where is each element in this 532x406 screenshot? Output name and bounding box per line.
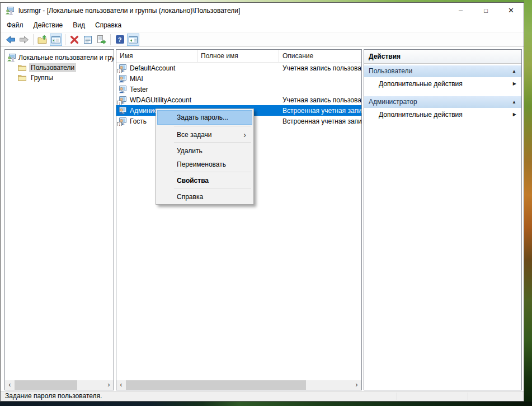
maximize-icon: □	[484, 7, 488, 14]
actions-section-administrator[interactable]: Администратор ▲	[364, 96, 521, 108]
forward-icon	[19, 35, 29, 45]
folder-icon	[18, 64, 26, 71]
titlebar[interactable]: lusrmgr - [Локальные пользователи и груп…	[1, 3, 524, 18]
user-name: Tester	[130, 86, 148, 93]
caption-buttons: – □ ✕	[448, 3, 524, 18]
table-row[interactable]: Tester	[116, 84, 361, 95]
menu-separator	[174, 188, 251, 188]
user-name: MiAl	[130, 75, 143, 83]
close-button[interactable]: ✕	[498, 3, 524, 18]
status-separator	[468, 393, 468, 400]
menu-help[interactable]: Справка	[90, 20, 126, 31]
column-header-name[interactable]: Имя	[116, 50, 197, 62]
menu-file[interactable]: Файл	[2, 20, 29, 31]
minimize-icon: –	[459, 6, 463, 15]
menu-action[interactable]: Действие	[29, 20, 68, 31]
user-list-panel: Имя Полное имя Описание ↓ DefaultAccount…	[116, 49, 362, 390]
tree-horizontal-scrollbar[interactable]: ‹ ›	[5, 380, 114, 390]
user-name: WDAGUtilityAccount	[130, 96, 191, 104]
minimize-button[interactable]: –	[448, 3, 473, 18]
menu-separator	[174, 142, 251, 143]
table-row[interactable]: ↓ WDAGUtilityAccount Учетная запись поль…	[116, 95, 361, 105]
context-menu: Задать пароль... Все задачи › Удалить Пе…	[156, 108, 254, 205]
delete-button[interactable]	[68, 34, 81, 46]
context-menu-item-delete[interactable]: Удалить	[157, 144, 252, 157]
scroll-left-icon[interactable]: ‹	[116, 380, 126, 390]
status-bar: Задание пароля пользователя.	[1, 391, 524, 401]
toolbar-separator	[65, 34, 65, 45]
context-menu-item-help[interactable]: Справка	[157, 190, 252, 203]
toolbar: ?	[1, 32, 524, 47]
menubar: Файл Действие Вид Справка	[1, 18, 524, 32]
tree-item-groups-label: Группы	[29, 73, 55, 82]
forward-button[interactable]	[18, 34, 30, 46]
status-text: Задание пароля пользователя.	[5, 392, 102, 400]
action-item-more-actions-administrator[interactable]: Дополнительные действия ▶	[364, 108, 521, 121]
desktop-wallpaper-bottom	[0, 402, 532, 406]
action-pane-toggle-button[interactable]	[127, 34, 139, 46]
tree-item-users-label: Пользователи	[29, 63, 76, 72]
user-name: Гость	[130, 117, 147, 125]
console-tree-toggle-icon	[51, 35, 61, 45]
list-header: Имя Полное имя Описание	[116, 50, 361, 63]
list-horizontal-scrollbar[interactable]: ‹ ›	[116, 380, 361, 390]
back-button[interactable]	[4, 34, 17, 46]
user-icon: ↓	[118, 117, 127, 126]
tree-item-users[interactable]: Пользователи	[18, 63, 114, 73]
back-icon	[6, 35, 16, 45]
user-description: Встроенная учетная запис	[279, 107, 361, 115]
collapse-icon[interactable]: ▲	[512, 65, 516, 77]
console-tree-panel: Локальные пользователи и гру Пользовател…	[4, 49, 114, 390]
user-description: Встроенная учетная запис	[279, 117, 361, 125]
context-menu-item-rename[interactable]: Переименовать	[157, 157, 252, 171]
tree-root-label: Локальные пользователи и гру	[18, 54, 114, 62]
scrollbar-thumb[interactable]	[15, 380, 77, 390]
collapse-icon[interactable]: ▲	[512, 96, 516, 108]
scrollbar-thumb[interactable]	[126, 380, 306, 390]
local-users-groups-icon	[7, 53, 16, 62]
actions-panel: Действия Пользователи ▲ Дополнительные д…	[364, 49, 522, 390]
delete-icon	[69, 35, 79, 45]
maximize-button[interactable]: □	[473, 3, 498, 18]
export-list-button[interactable]	[95, 34, 107, 46]
actions-section-administrator-label: Администратор	[369, 98, 417, 106]
user-icon: ↓	[118, 64, 127, 73]
actions-section-users-label: Пользователи	[369, 67, 412, 75]
toolbar-separator	[33, 34, 34, 45]
context-menu-item-all-tasks[interactable]: Все задачи ›	[157, 128, 252, 141]
actions-panel-title: Действия	[364, 50, 521, 64]
menu-view[interactable]: Вид	[68, 20, 90, 31]
tree-root-local-users-groups[interactable]: Локальные пользователи и гру	[7, 52, 114, 63]
table-row[interactable]: MiAl	[116, 73, 361, 84]
actions-section-users[interactable]: Пользователи ▲	[364, 65, 521, 77]
tree-item-groups[interactable]: Группы	[18, 73, 114, 83]
table-row[interactable]: ↓ DefaultAccount Учетная запись пользова…	[116, 63, 361, 73]
submenu-arrow-icon: ›	[243, 128, 246, 141]
user-description: Учетная запись пользоват	[279, 64, 361, 72]
close-icon: ✕	[508, 6, 514, 15]
user-icon	[118, 74, 127, 83]
help-button[interactable]: ?	[114, 34, 126, 46]
context-menu-item-properties[interactable]: Свойства	[157, 173, 252, 187]
disabled-badge-icon: ↓	[117, 122, 122, 126]
toolbar-separator	[110, 34, 111, 45]
submenu-arrow-icon: ▶	[513, 77, 516, 91]
column-header-description[interactable]: Описание	[279, 50, 361, 62]
user-description: Учетная запись пользоват	[279, 96, 361, 104]
console-tree-toggle-button[interactable]	[50, 34, 62, 46]
window-title: lusrmgr - [Локальные пользователи и груп…	[18, 7, 240, 15]
scroll-left-icon[interactable]: ‹	[5, 380, 15, 390]
action-item-more-actions-users[interactable]: Дополнительные действия ▶	[364, 77, 521, 91]
properties-button[interactable]	[82, 34, 94, 46]
up-folder-button[interactable]	[36, 34, 49, 46]
app-icon	[5, 6, 14, 15]
help-icon: ?	[116, 35, 124, 44]
context-menu-item-set-password[interactable]: Задать пароль...	[157, 110, 252, 125]
column-header-fullname[interactable]: Полное имя	[197, 50, 279, 62]
user-icon: ↓	[118, 96, 127, 105]
scroll-right-icon[interactable]: ›	[352, 380, 361, 390]
export-list-icon	[96, 35, 106, 45]
action-pane-toggle-icon	[128, 35, 138, 45]
menu-separator	[174, 126, 251, 126]
scroll-right-icon[interactable]: ›	[104, 380, 114, 390]
